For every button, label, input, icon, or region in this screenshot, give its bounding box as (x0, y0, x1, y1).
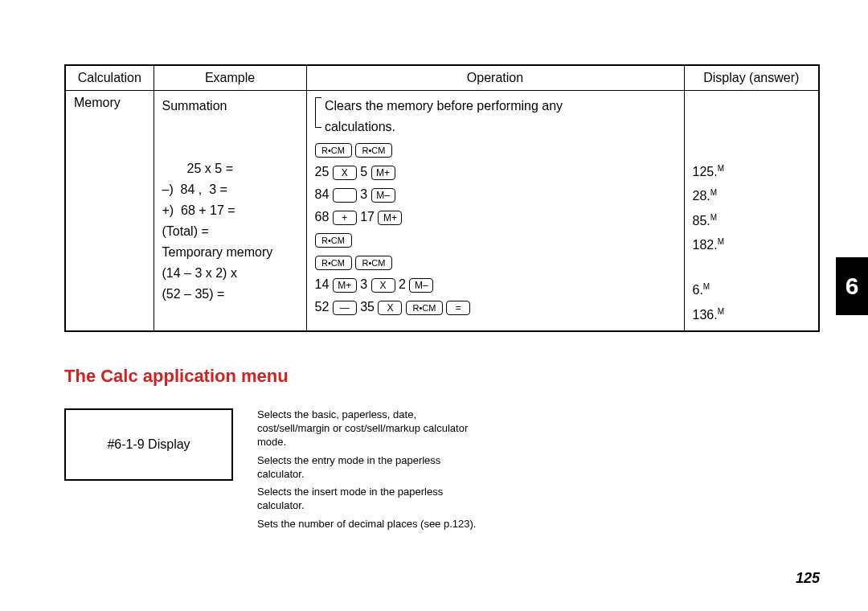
op-line: R•CM R•CM (315, 252, 676, 273)
op-note-line: Clears the memory before performing any (325, 99, 563, 113)
op-note: Clears the memory before performing any … (315, 96, 676, 137)
example-line (162, 137, 298, 158)
display-value: 85.M (693, 207, 811, 232)
display-illustration: #6-1-9 Display (64, 408, 233, 481)
op-num: 35 (360, 300, 375, 314)
th-example: Example (154, 65, 306, 91)
desc-item: Sets the number of decimal places (see p… (257, 518, 490, 531)
op-num: 2 (399, 277, 406, 291)
key-mplus: M+ (371, 166, 395, 180)
display-value: 182.M (693, 232, 811, 256)
op-line: 52 — 35 X R•CM = (315, 297, 676, 318)
key-eq: = (446, 301, 470, 315)
bracket-icon (315, 97, 321, 128)
cell-display: 125.M 28.M 85.M 182.M 6.M 136.M (684, 91, 819, 331)
example-line: –) 84 , 3 = (162, 179, 298, 200)
display-value: 125.M (693, 158, 811, 182)
key-plus: + (333, 211, 357, 225)
example-line: (52 – 35) = (162, 284, 298, 305)
example-line: (14 – 3 x 2) x (162, 263, 298, 284)
page: Calculation Example Operation Display (a… (0, 0, 868, 611)
key-x: X (371, 278, 395, 293)
th-calculation: Calculation (65, 65, 154, 91)
calc-table: Calculation Example Operation Display (a… (64, 64, 820, 332)
cell-example: Summation 25 x 5 = –) 84 , 3 = +) 68 + 1… (154, 91, 306, 331)
example-line (162, 117, 298, 137)
op-num: 3 (360, 187, 367, 201)
op-num: 17 (360, 210, 375, 223)
key-mminus: M– (409, 278, 433, 293)
display-value: 136.M (693, 301, 811, 326)
key-x: X (378, 301, 402, 315)
key-rcm: R•CM (315, 233, 352, 248)
example-line: +) 68 + 17 = (162, 200, 298, 221)
menu-descriptions: Selects the basic, paperless, date, cost… (257, 408, 490, 536)
example-line: Summation (162, 96, 298, 117)
key-blank (333, 188, 357, 203)
op-num: 3 (360, 277, 367, 291)
key-rcm: R•CM (406, 301, 443, 315)
th-display: Display (answer) (684, 65, 819, 91)
cell-calculation: Memory (65, 91, 154, 331)
example-line: 25 x 5 = (162, 158, 298, 179)
page-number: 125 (796, 570, 820, 587)
table-header-row: Calculation Example Operation Display (a… (65, 65, 819, 91)
display-value: 28.M (693, 182, 811, 207)
th-operation: Operation (306, 65, 684, 91)
cell-operation: Clears the memory before performing any … (306, 91, 684, 331)
desc-item: Selects the insert mode in the paperless… (257, 486, 490, 513)
op-note-line: calculations. (325, 120, 395, 133)
desc-item: Selects the basic, paperless, date, cost… (257, 408, 490, 449)
op-line: 68 + 17 M+ (315, 207, 676, 228)
op-line: 84 3 M– (315, 184, 676, 205)
op-line: R•CM (315, 229, 676, 250)
op-num: 84 (315, 187, 330, 201)
example-line: Temporary memory (162, 242, 298, 263)
key-x: X (333, 166, 357, 180)
table-row: Memory Summation 25 x 5 = –) 84 , 3 = +)… (65, 91, 819, 331)
op-line: R•CM R•CM (315, 139, 676, 160)
op-line: 14 M+ 3 X 2 M– (315, 274, 676, 295)
key-rcm: R•CM (355, 256, 392, 270)
op-num: 25 (315, 165, 330, 178)
desc-item: Selects the entry mode in the paperless … (257, 454, 490, 482)
section-heading: The Calc application menu (64, 366, 289, 387)
key-rcm: R•CM (355, 143, 392, 158)
op-line: 25 X 5 M+ (315, 162, 676, 182)
op-num: 5 (360, 165, 367, 178)
op-num: 52 (315, 300, 330, 314)
key-mminus: M– (371, 188, 395, 203)
key-rcm: R•CM (315, 256, 352, 270)
key-mplus: M+ (333, 278, 357, 293)
display-value: 6.M (693, 277, 811, 301)
op-num: 14 (315, 277, 330, 291)
op-num: 68 (315, 210, 330, 223)
key-mplus: M+ (378, 211, 402, 225)
key-rcm: R•CM (315, 143, 352, 158)
key-minus: — (333, 301, 357, 315)
display-text: #6-1-9 Display (107, 437, 190, 452)
chapter-tab: 6 (836, 257, 868, 315)
example-line: (Total) = (162, 221, 298, 242)
